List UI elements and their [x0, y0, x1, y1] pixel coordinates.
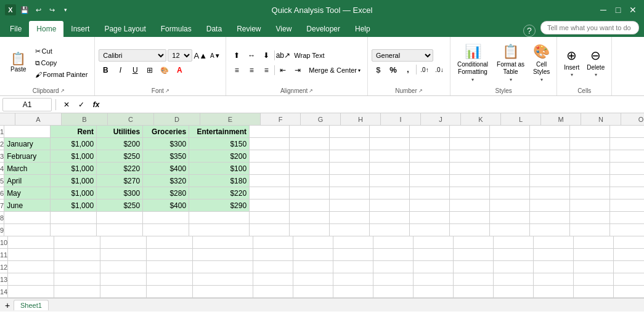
tab-review[interactable]: Review [229, 21, 268, 37]
percent-button[interactable]: % [386, 63, 400, 76]
cell-c6[interactable]: $300 [97, 187, 143, 199]
cell-h4[interactable] [330, 163, 370, 175]
cell-b1[interactable]: Rent [51, 126, 97, 138]
cell-b5[interactable]: $1,000 [51, 175, 97, 187]
tab-home[interactable]: Home [29, 21, 63, 37]
cell-j1[interactable] [410, 126, 450, 138]
cell-j3[interactable] [410, 150, 450, 163]
cell-d1[interactable]: Groceries [143, 126, 189, 138]
comma-style-button[interactable]: , [401, 63, 415, 76]
cell-a7[interactable]: June [4, 199, 51, 212]
align-center-button[interactable]: ≡ [245, 63, 258, 77]
cell-l2[interactable] [490, 138, 530, 150]
cell-i2[interactable] [370, 138, 410, 150]
tell-me-input[interactable] [540, 21, 639, 34]
border-button[interactable]: ⊞ [143, 63, 157, 77]
cell-k1[interactable] [450, 126, 490, 138]
underline-button[interactable]: U [128, 63, 142, 77]
copy-button[interactable]: ⧉ Copy [32, 57, 91, 68]
cell-j2[interactable] [410, 138, 450, 150]
font-name-select[interactable]: Calibri [99, 49, 166, 62]
cell-h1[interactable] [330, 126, 370, 138]
tab-data[interactable]: Data [199, 21, 229, 37]
cell-a1[interactable] [4, 126, 51, 138]
cell-m6[interactable] [530, 187, 570, 199]
cell-n6[interactable] [570, 187, 610, 199]
cell-o1[interactable] [610, 126, 644, 138]
format-painter-button[interactable]: 🖌 Format Painter [32, 69, 91, 80]
cell-k4[interactable] [450, 163, 490, 175]
cell-m1[interactable] [530, 126, 570, 138]
cell-l4[interactable] [490, 163, 530, 175]
cell-g5[interactable] [290, 175, 330, 187]
cell-g1[interactable] [290, 126, 330, 138]
cell-l3[interactable] [490, 150, 530, 163]
increase-font-size-button[interactable]: A▲ [194, 49, 207, 62]
cell-i4[interactable] [370, 163, 410, 175]
close-button[interactable]: ✕ [627, 4, 639, 16]
cell-a2[interactable]: January [4, 138, 51, 150]
cut-button[interactable]: ✂ Cut [32, 46, 91, 57]
cell-n1[interactable] [570, 126, 610, 138]
clipboard-expand-icon[interactable]: ↗ [60, 88, 65, 94]
cell-h6[interactable] [330, 187, 370, 199]
cell-h2[interactable] [330, 138, 370, 150]
number-expand-icon[interactable]: ↗ [418, 88, 423, 94]
undo-icon[interactable]: ↩ [33, 5, 43, 15]
align-top-button[interactable]: ⬆ [230, 49, 243, 62]
cell-n4[interactable] [570, 163, 610, 175]
cell-e1[interactable]: Entertainment [189, 126, 250, 138]
font-color-button[interactable]: A [173, 63, 186, 77]
cell-f1[interactable] [250, 126, 290, 138]
cell-n7[interactable] [570, 199, 610, 212]
cell-m4[interactable] [530, 163, 570, 175]
cell-e7[interactable]: $290 [189, 199, 250, 212]
tab-file[interactable]: File [2, 21, 29, 37]
cell-j7[interactable] [410, 199, 450, 212]
cell-j5[interactable] [410, 175, 450, 187]
cell-d4[interactable]: $400 [143, 163, 189, 175]
cell-a3[interactable]: February [4, 150, 51, 163]
cell-f5[interactable] [250, 175, 290, 187]
cell-n5[interactable] [570, 175, 610, 187]
cell-k7[interactable] [450, 199, 490, 212]
cell-f6[interactable] [250, 187, 290, 199]
cell-h7[interactable] [330, 199, 370, 212]
cell-c3[interactable]: $250 [97, 150, 143, 163]
cell-c1[interactable]: Utilities [97, 126, 143, 138]
cell-n2[interactable] [570, 138, 610, 150]
accounting-format-button[interactable]: $ [372, 63, 385, 76]
cell-a5[interactable]: April [4, 175, 51, 187]
fill-color-button[interactable]: 🎨 [158, 63, 171, 77]
alignment-expand-icon[interactable]: ↗ [309, 88, 313, 94]
tab-page-layout[interactable]: Page Layout [97, 21, 153, 37]
cell-j4[interactable] [410, 163, 450, 175]
cell-f4[interactable] [250, 163, 290, 175]
format-as-table-button[interactable]: 📋 Format asTable ▾ [494, 44, 528, 81]
italic-button[interactable]: I [113, 63, 127, 77]
cell-b2[interactable]: $1,000 [51, 138, 97, 150]
cell-m2[interactable] [530, 138, 570, 150]
add-sheet-button[interactable]: + [2, 300, 12, 310]
cell-g3[interactable] [290, 150, 330, 163]
cell-b3[interactable]: $1,000 [51, 150, 97, 163]
cell-reference-box[interactable] [2, 98, 52, 111]
decrease-decimal-button[interactable]: .0↓ [433, 63, 446, 76]
increase-indent-button[interactable]: ⇥ [291, 63, 304, 77]
cell-a4[interactable]: March [4, 163, 51, 175]
cell-o2[interactable] [610, 138, 644, 150]
help-icon[interactable]: ? [523, 25, 536, 37]
font-expand-icon[interactable]: ↗ [165, 88, 169, 94]
cell-i7[interactable] [370, 199, 410, 212]
cell-d3[interactable]: $350 [143, 150, 189, 163]
cell-c2[interactable]: $200 [97, 138, 143, 150]
cell-d5[interactable]: $320 [143, 175, 189, 187]
paste-button[interactable]: 📋 Paste [6, 44, 31, 81]
cell-k3[interactable] [450, 150, 490, 163]
orientation-button[interactable]: ab↗ [276, 49, 290, 62]
bold-button[interactable]: B [99, 63, 112, 77]
cell-f2[interactable] [250, 138, 290, 150]
cell-k2[interactable] [450, 138, 490, 150]
save-icon[interactable]: 💾 [20, 5, 30, 15]
cell-k6[interactable] [450, 187, 490, 199]
